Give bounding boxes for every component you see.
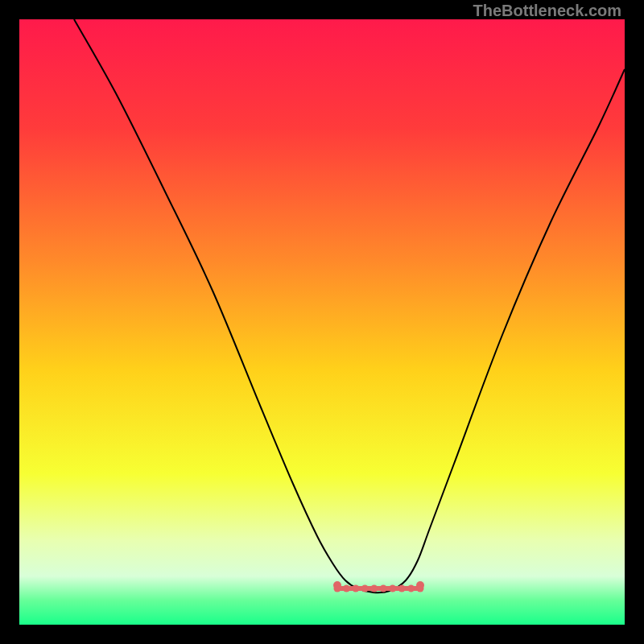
- flat-region-dot: [407, 585, 415, 592]
- flat-region-dot: [417, 585, 424, 592]
- chart-frame: [19, 19, 625, 625]
- chart-canvas: [19, 19, 625, 625]
- flat-region-dot: [334, 585, 341, 592]
- flat-region-dot: [352, 585, 359, 592]
- watermark-text: TheBottleneck.com: [473, 2, 621, 20]
- flat-region-dot: [398, 585, 406, 592]
- flat-region-dot: [380, 585, 387, 592]
- flat-region-dot: [343, 585, 350, 592]
- flat-region-dot: [389, 585, 396, 592]
- gradient-background: [19, 19, 625, 625]
- flat-region-dot: [370, 585, 378, 592]
- flat-region-dot: [361, 585, 369, 592]
